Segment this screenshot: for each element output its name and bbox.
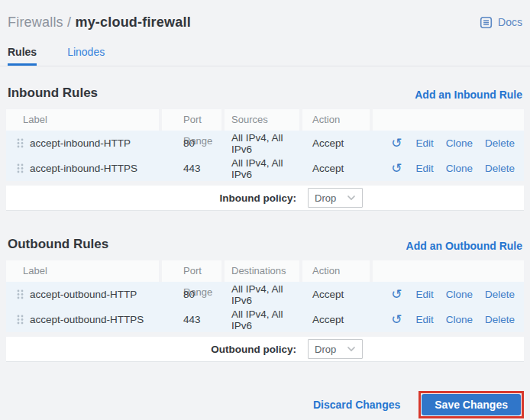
delete-link[interactable]: Delete <box>485 163 515 174</box>
clone-link[interactable]: Clone <box>446 137 473 149</box>
delete-link[interactable]: Delete <box>485 137 515 149</box>
rule-port-range: 443 <box>162 163 225 174</box>
rule-action: Accept <box>302 289 373 300</box>
inbound-policy-select[interactable]: Drop <box>308 188 363 208</box>
outbound-policy-label: Outbound policy: <box>6 344 302 355</box>
drag-handle-icon[interactable] <box>17 315 24 325</box>
clone-link[interactable]: Clone <box>446 163 473 174</box>
column-header-actions-blank <box>373 260 524 282</box>
edit-link[interactable]: Edit <box>415 289 433 300</box>
rule-port-range: 443 <box>162 314 225 325</box>
outbound-policy-row: Outbound policy: Drop <box>6 337 524 362</box>
column-header-actions-blank <box>373 109 524 131</box>
outbound-policy-select[interactable]: Drop <box>308 339 363 359</box>
tab-rules[interactable]: Rules <box>8 41 37 66</box>
annotation-highlight-box: Save Changes <box>419 391 524 418</box>
edit-link[interactable]: Edit <box>415 163 433 174</box>
table-row-accept-outbound-https: accept-outbound-HTTPS 443 All IPv4, All … <box>6 307 524 332</box>
breadcrumb-firewalls-link[interactable]: Firewalls / <box>8 15 71 30</box>
outbound-rules-table: Label Port Range Destinations Action acc… <box>6 260 524 362</box>
table-row-accept-inbound-http: accept-inbound-HTTP 80 All IPv4, All IPv… <box>6 131 524 156</box>
outbound-rules-heading: Outbound Rules <box>8 237 108 252</box>
rule-destinations: All IPv4, All IPv6 <box>225 283 302 306</box>
drag-handle-icon[interactable] <box>17 163 24 173</box>
form-actions: Discard Changes Save Changes <box>6 391 524 418</box>
docs-link[interactable]: Docs <box>480 16 522 29</box>
column-header-action: Action <box>302 260 373 282</box>
table-row-accept-inbound-https: accept-inbound-HTTPS 443 All IPv4, All I… <box>6 156 524 181</box>
rule-action: Accept <box>302 163 373 174</box>
rule-sources: All IPv4, All IPv6 <box>225 157 302 180</box>
column-header-destinations: Destinations <box>225 260 302 282</box>
column-header-port-range: Port Range <box>162 260 225 282</box>
inbound-rules-table: Label Port Range Sources Action accept-i… <box>6 109 524 211</box>
undo-icon[interactable]: ↺ <box>391 288 402 301</box>
inbound-policy-row: Inbound policy: Drop <box>6 186 524 211</box>
rule-label: accept-inbound-HTTPS <box>30 163 137 174</box>
rule-port-range: 80 <box>162 137 225 149</box>
column-header-action: Action <box>302 109 373 131</box>
table-row-accept-outbound-http: accept-outbound-HTTP 80 All IPv4, All IP… <box>6 282 524 307</box>
chevron-down-icon <box>347 346 356 352</box>
top-bar: Firewalls / my-cloud-firewall Docs <box>6 0 524 34</box>
inbound-policy-label: Inbound policy: <box>6 192 302 204</box>
rule-label: accept-outbound-HTTP <box>30 289 137 300</box>
docs-icon <box>480 16 493 29</box>
drag-handle-icon[interactable] <box>17 138 24 148</box>
tab-linodes[interactable]: Linodes <box>67 41 105 66</box>
outbound-policy-value: Drop <box>315 344 336 355</box>
breadcrumb: Firewalls / my-cloud-firewall <box>8 15 191 31</box>
inbound-rules-heading: Inbound Rules <box>8 86 98 101</box>
column-header-label: Label <box>6 260 162 282</box>
add-inbound-rule-link[interactable]: Add an Inbound Rule <box>415 89 522 101</box>
clone-link[interactable]: Clone <box>446 314 473 325</box>
discard-changes-button[interactable]: Discard Changes <box>313 399 400 411</box>
column-header-sources: Sources <box>225 109 302 131</box>
rule-destinations: All IPv4, All IPv6 <box>225 309 302 331</box>
rule-label: accept-outbound-HTTPS <box>30 314 144 325</box>
save-changes-button[interactable]: Save Changes <box>422 394 521 415</box>
inbound-section-head: Inbound Rules Add an Inbound Rule <box>6 86 524 101</box>
firewall-detail-page: Firewalls / my-cloud-firewall Docs Rules… <box>0 0 530 420</box>
outbound-section-head: Outbound Rules Add an Outbound Rule <box>6 237 524 252</box>
column-header-port-range: Port Range <box>162 109 225 131</box>
rule-sources: All IPv4, All IPv6 <box>225 132 302 155</box>
rule-action: Accept <box>302 137 373 149</box>
chevron-down-icon <box>347 195 356 201</box>
add-outbound-rule-link[interactable]: Add an Outbound Rule <box>406 240 522 252</box>
outbound-table-header: Label Port Range Destinations Action <box>6 260 524 282</box>
edit-link[interactable]: Edit <box>415 137 433 149</box>
breadcrumb-current-firewall: my-cloud-firewall <box>75 15 190 30</box>
undo-icon[interactable]: ↺ <box>391 137 402 150</box>
edit-link[interactable]: Edit <box>415 314 433 325</box>
docs-label: Docs <box>498 16 522 28</box>
delete-link[interactable]: Delete <box>485 289 515 300</box>
undo-icon[interactable]: ↺ <box>391 313 402 326</box>
undo-icon[interactable]: ↺ <box>391 162 402 175</box>
rule-action: Accept <box>302 314 373 325</box>
inbound-table-header: Label Port Range Sources Action <box>6 109 524 131</box>
rule-label: accept-inbound-HTTP <box>30 137 131 149</box>
delete-link[interactable]: Delete <box>485 314 515 325</box>
inbound-policy-value: Drop <box>315 192 336 204</box>
column-header-label: Label <box>6 109 162 131</box>
rule-port-range: 80 <box>162 289 225 300</box>
clone-link[interactable]: Clone <box>446 289 473 300</box>
drag-handle-icon[interactable] <box>17 289 24 299</box>
tab-bar: Rules Linodes <box>0 41 530 66</box>
